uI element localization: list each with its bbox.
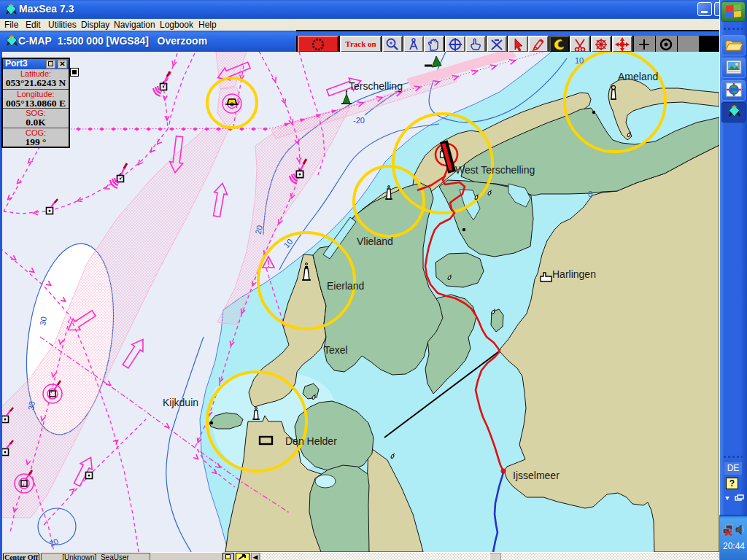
svg-text:0: 0 bbox=[588, 190, 592, 198]
svg-text:Den Helder: Den Helder bbox=[285, 435, 337, 447]
svg-text:30: 30 bbox=[38, 316, 48, 326]
svg-text:West Terschelling: West Terschelling bbox=[455, 164, 535, 176]
svg-text:Harlingen: Harlingen bbox=[552, 268, 596, 280]
svg-text:30: 30 bbox=[26, 400, 36, 411]
svg-text:Kijkduin: Kijkduin bbox=[163, 397, 198, 408]
svg-text:Eierland: Eierland bbox=[327, 280, 364, 292]
svg-text:10: 10 bbox=[575, 56, 584, 65]
svg-text:Vlieland: Vlieland bbox=[357, 236, 393, 247]
svg-text:Terschelling: Terschelling bbox=[349, 80, 403, 92]
svg-text:Ameland: Ameland bbox=[618, 71, 658, 82]
svg-text:-20: -20 bbox=[353, 116, 365, 125]
svg-text:Texel: Texel bbox=[324, 344, 348, 356]
svg-text:Ijsselmeer: Ijsselmeer bbox=[513, 470, 560, 481]
